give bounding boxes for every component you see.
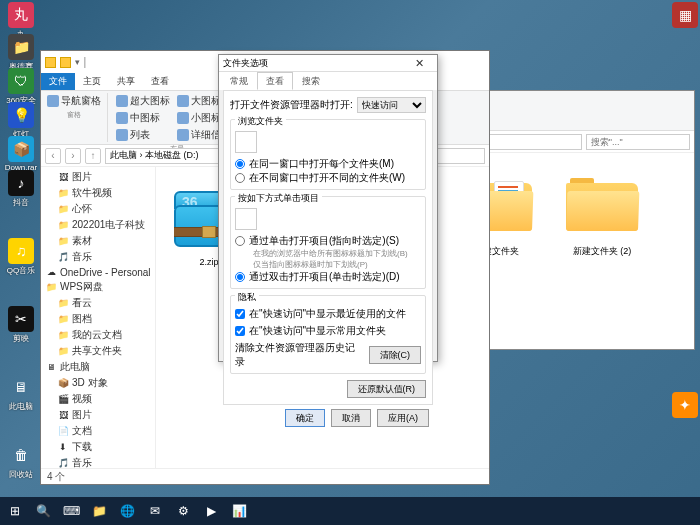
taskbar-item[interactable]: ▶ xyxy=(200,500,222,522)
dialog-tabs: 常规查看搜索 xyxy=(219,72,437,90)
sub-underline-all: 在我的浏览器中给所有图标标题加下划线(B) xyxy=(235,248,421,259)
nav-pane-button[interactable]: 导航窗格 xyxy=(45,93,103,109)
clear-button[interactable]: 清除(C) xyxy=(369,346,422,364)
open-select[interactable]: 快速访问 xyxy=(357,97,426,113)
ribbon-group-label: 窗格 xyxy=(45,110,103,120)
taskbar-item[interactable]: ⚙ xyxy=(172,500,194,522)
desktop-icon[interactable]: 🗑回收站 xyxy=(4,442,38,480)
tree-node[interactable]: 📁图档 xyxy=(43,311,153,327)
taskbar-item[interactable]: 🌐 xyxy=(116,500,138,522)
nav-tree: 🖼图片📁软牛视频📁心怀📁202201电子科技📁素材🎵音乐☁OneDrive - … xyxy=(41,167,156,468)
cancel-button[interactable]: 取消 xyxy=(331,409,371,427)
desktop-icon[interactable]: 📁奥德赛 xyxy=(4,34,38,72)
radio-single-click[interactable]: 通过单击打开项目(指向时选定)(S) xyxy=(235,234,421,248)
taskbar-item[interactable]: ✉ xyxy=(144,500,166,522)
tree-node[interactable]: 📁心怀 xyxy=(43,201,153,217)
close-button[interactable]: ✕ xyxy=(405,55,433,71)
dialog-tab[interactable]: 搜索 xyxy=(293,72,329,90)
taskbar-item[interactable]: ⌨ xyxy=(60,500,82,522)
taskbar-item[interactable]: 📁 xyxy=(88,500,110,522)
desktop-icon[interactable]: 🛡360安全 xyxy=(4,68,38,106)
view-button[interactable]: 中图标 xyxy=(114,110,174,126)
privacy-group-title: 隐私 xyxy=(235,291,259,304)
tree-node[interactable]: 📄文档 xyxy=(43,423,153,439)
desktop-icon[interactable]: 📦Down.rar xyxy=(4,136,38,172)
browse-group-title: 浏览文件夹 xyxy=(235,115,286,128)
taskbar-item[interactable]: 📊 xyxy=(228,500,250,522)
view-button[interactable]: 列表 xyxy=(114,127,174,143)
chk-recent-files[interactable]: 在"快速访问"中显示最近使用的文件 xyxy=(235,307,421,321)
nav-fwd-icon[interactable]: › xyxy=(65,148,81,164)
view-button[interactable]: 超大图标 xyxy=(114,93,174,109)
tree-node[interactable]: 📁WPS网盘 xyxy=(43,279,153,295)
browse-icon xyxy=(235,131,257,153)
file-item[interactable]: 新建文件夹 (2) xyxy=(557,163,647,258)
tree-node[interactable]: ☁OneDrive - Personal xyxy=(43,265,153,279)
tree-node[interactable]: 📁共享文件夹 xyxy=(43,343,153,359)
dialog-tab[interactable]: 常规 xyxy=(221,72,257,90)
desktop-icon[interactable]: 💡灯灯 xyxy=(4,102,38,140)
radio-double-click[interactable]: 通过双击打开项目(单击时选定)(D) xyxy=(235,270,421,284)
explorer-tab[interactable]: 主页 xyxy=(75,73,109,90)
desktop-icon[interactable]: ♪抖音 xyxy=(4,170,38,208)
explorer-tab[interactable]: 文件 xyxy=(41,73,75,90)
dialog-tab[interactable]: 查看 xyxy=(257,72,293,90)
restore-button[interactable]: 还原默认值(R) xyxy=(347,380,427,398)
tree-node[interactable]: 📁软牛视频 xyxy=(43,185,153,201)
tree-node[interactable]: 🎵音乐 xyxy=(43,455,153,468)
explorer-tab[interactable]: 查看 xyxy=(143,73,177,90)
desktop-icon[interactable]: ✦ xyxy=(668,392,700,419)
nav-up-icon[interactable]: ↑ xyxy=(85,148,101,164)
tree-node[interactable]: 🎬视频 xyxy=(43,391,153,407)
tree-node[interactable]: 🎵音乐 xyxy=(43,249,153,265)
chk-frequent-folders[interactable]: 在"快速访问"中显示常用文件夹 xyxy=(235,324,421,338)
tree-node[interactable]: ⬇下载 xyxy=(43,439,153,455)
click-group-title: 按如下方式单击项目 xyxy=(235,192,322,205)
open-label: 打开文件资源管理器时打开: xyxy=(230,98,353,112)
taskbar: ⊞🔍⌨📁🌐✉⚙▶📊 xyxy=(0,497,700,525)
radio-same-window[interactable]: 在同一窗口中打开每个文件夹(M) xyxy=(235,157,421,171)
taskbar-item[interactable]: 🔍 xyxy=(32,500,54,522)
radio-diff-window[interactable]: 在不同窗口中打开不同的文件夹(W) xyxy=(235,171,421,185)
ok-button[interactable]: 确定 xyxy=(285,409,325,427)
tree-node[interactable]: 🖼图片 xyxy=(43,169,153,185)
desktop-icon[interactable]: 🖥此电脑 xyxy=(4,374,38,412)
desktop-icon[interactable]: ▦ xyxy=(668,2,700,29)
explorer-tab[interactable]: 共享 xyxy=(109,73,143,90)
tree-node[interactable]: 📁202201电子科技 xyxy=(43,217,153,233)
desktop-icon[interactable]: ♫QQ音乐 xyxy=(4,238,38,276)
status-bar: 4 个 xyxy=(41,468,489,484)
folder-icon xyxy=(60,57,71,68)
win2-search-input[interactable] xyxy=(586,134,690,150)
tree-node[interactable]: 🖥此电脑 xyxy=(43,359,153,375)
dialog-titlebar: 文件夹选项 ✕ xyxy=(219,55,437,72)
tree-node[interactable]: 📦3D 对象 xyxy=(43,375,153,391)
apply-button[interactable]: 应用(A) xyxy=(377,409,429,427)
folder-options-dialog: 文件夹选项 ✕ 常规查看搜索 打开文件资源管理器时打开: 快速访问 浏览文件夹 … xyxy=(218,54,438,362)
desktop: 丸丸📁奥德赛🛡360安全💡灯灯📦Down.rar♪抖音♫QQ音乐✂剪映🖥此电脑🗑… xyxy=(0,0,700,525)
sub-underline-point: 仅当指向图标标题时加下划线(P) xyxy=(235,259,421,270)
tree-node[interactable]: 📁看云 xyxy=(43,295,153,311)
clear-label: 清除文件资源管理器历史记录 xyxy=(235,341,365,369)
click-icon xyxy=(235,208,257,230)
tree-node[interactable]: 🖼图片 xyxy=(43,407,153,423)
tree-node[interactable]: 📁素材 xyxy=(43,233,153,249)
nav-back-icon[interactable]: ‹ xyxy=(45,148,61,164)
desktop-icon[interactable]: ✂剪映 xyxy=(4,306,38,344)
folder-icon xyxy=(45,57,56,68)
dialog-title: 文件夹选项 xyxy=(223,57,268,70)
tree-node[interactable]: 📁我的云文档 xyxy=(43,327,153,343)
taskbar-item[interactable]: ⊞ xyxy=(4,500,26,522)
